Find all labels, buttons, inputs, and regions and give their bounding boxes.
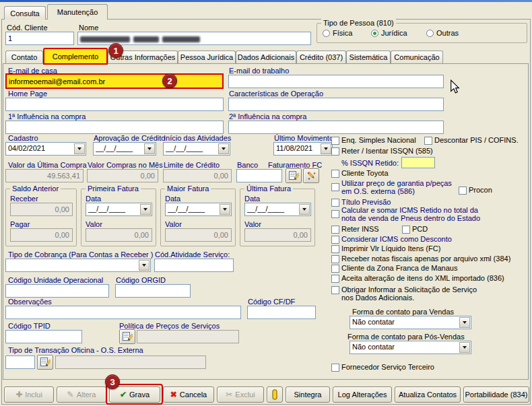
tab-credito-label: Crédito (037) — [300, 53, 343, 61]
banco-input[interactable] — [236, 169, 282, 182]
checkbox-cliente-toyota[interactable] — [331, 170, 339, 178]
tipo-pessoa-title: Tipo de Pessoa (810) — [321, 19, 396, 27]
maior-fatura-data-value: __/__/____ — [168, 205, 219, 213]
contato-pos-vendas-combo[interactable]: Não contatar — [350, 341, 471, 354]
saldo-anterior-title: Saldo Anterior — [10, 184, 61, 193]
yellow-doc-button[interactable] — [267, 386, 283, 403]
cod-cfdf-input[interactable] — [247, 306, 316, 319]
x-icon: ✖ — [170, 391, 177, 399]
cod-atividade-input[interactable] — [154, 259, 234, 272]
checkbox-aceita-alteracao[interactable] — [331, 275, 339, 283]
tab-dados-adicionais[interactable]: Dados Adicionais — [236, 50, 296, 63]
radio-juridica[interactable] — [371, 30, 378, 37]
influencia1-input[interactable] — [5, 121, 224, 134]
valor-label: Valor — [86, 220, 102, 228]
pagar-field: 0,00 — [10, 228, 73, 242]
grava-label: Grava — [129, 391, 149, 399]
chevron-down-icon[interactable] — [140, 204, 151, 215]
cadastro-label: Cadastro — [8, 134, 38, 142]
maior-fatura-data-combo[interactable]: __/__/____ — [165, 203, 232, 216]
tab-contato[interactable]: Contato — [5, 50, 43, 63]
influencia2-input[interactable] — [228, 121, 444, 134]
inicio-atividades-combo[interactable]: __/__/____ — [163, 142, 230, 156]
chevron-down-icon[interactable] — [459, 342, 470, 353]
checkbox-receber-notas[interactable] — [331, 255, 339, 263]
tipo-cobranca-combo[interactable] — [5, 259, 151, 272]
cod-cliente-input[interactable] — [5, 32, 74, 45]
chevron-down-icon[interactable] — [220, 204, 230, 215]
radio-fisica[interactable] — [323, 30, 330, 37]
caracteristicas-input[interactable] — [228, 98, 444, 111]
inclui-button[interactable]: ✚Inclui — [4, 386, 54, 403]
cod-unidade-input[interactable] — [5, 284, 109, 298]
checkbox-titulo-previsao[interactable] — [331, 199, 339, 207]
checkbox-enq-simples[interactable] — [331, 137, 339, 145]
primeira-fatura-data-combo[interactable]: __/__/____ — [86, 203, 152, 216]
tab-manutencao[interactable]: Manutenção — [47, 4, 108, 20]
nome-redacted — [133, 36, 159, 42]
aprovacao-credito-combo[interactable]: __/__/____ — [93, 142, 156, 156]
chevron-down-icon[interactable] — [144, 143, 155, 154]
tab-sistematica[interactable]: Sistemática — [346, 50, 391, 63]
email-casa-input[interactable] — [5, 73, 224, 89]
faturamento-fc-wand-button[interactable] — [303, 168, 319, 183]
valor-ultima-compra-label: Valor da Última Compra — [8, 161, 87, 169]
checkbox-imprimir-vlr[interactable] — [331, 245, 339, 253]
ultimo-movimento-combo[interactable]: 11/08/2021 — [273, 142, 333, 156]
checkbox-reter-inss-label: Reter INSS — [341, 225, 379, 233]
ultima-fatura-data-combo[interactable]: __/__/____ — [244, 203, 311, 216]
tipo-transacao-lookup-button[interactable] — [37, 355, 53, 370]
sintegra-button[interactable]: Sintegra — [286, 386, 330, 403]
cadastro-combo[interactable]: 04/02/2021 — [5, 142, 86, 156]
cod-tpid-input[interactable] — [5, 330, 82, 343]
annotation-badge-2: 2 — [162, 73, 177, 88]
checkbox-fornecedor-terceiro[interactable] — [331, 364, 339, 372]
faturamento-fc-form-button[interactable] — [286, 168, 302, 183]
issqn-retido-input[interactable] — [401, 157, 435, 168]
tipo-transacao-codigo-input[interactable] — [5, 356, 35, 369]
exclui-button[interactable]: ✂Exclui — [217, 386, 264, 403]
altera-button[interactable]: ✎Altera — [57, 386, 106, 403]
tab-comunicacao[interactable]: Comunicação — [391, 50, 443, 63]
chevron-down-icon[interactable] — [459, 317, 470, 328]
checkbox-reter-issqn[interactable] — [331, 147, 339, 156]
observacoes-label: Observações — [8, 298, 52, 306]
tab-complemento[interactable]: Complemento — [43, 48, 108, 65]
chevron-down-icon[interactable] — [74, 143, 85, 154]
log-alteracoes-button[interactable]: Log Alterações — [333, 386, 392, 403]
chevron-down-icon[interactable] — [321, 143, 331, 154]
grava-button[interactable]: ✔Grava — [109, 386, 160, 403]
home-page-input[interactable] — [5, 98, 224, 111]
checkbox-zona-franca[interactable] — [331, 265, 339, 273]
checkbox-reter-inss[interactable] — [331, 226, 339, 234]
observacoes-input[interactable] — [5, 306, 241, 319]
chevron-down-icon[interactable] — [218, 143, 229, 154]
chevron-down-icon[interactable] — [139, 260, 149, 271]
cod-orgid-input[interactable] — [115, 284, 191, 298]
tab-consulta[interactable]: Consulta — [4, 6, 46, 20]
chevron-down-icon[interactable] — [299, 204, 310, 215]
tipo-transacao-label: Tipo de Transação Oficina - O.S. Externa — [8, 346, 143, 354]
atualiza-contatos-button[interactable]: Atualiza Contatos — [395, 386, 461, 403]
nome-redacted — [162, 36, 200, 42]
issqn-retido-label: % ISSQN Retido: — [341, 159, 399, 167]
tab-credito[interactable]: Crédito (037) — [296, 50, 346, 63]
radio-outras[interactable] — [426, 30, 434, 37]
contato-vendas-combo[interactable]: Não contatar — [350, 316, 471, 329]
checkbox-utilizar-preco[interactable] — [331, 183, 339, 191]
cancela-button[interactable]: ✖Cancela — [163, 386, 214, 403]
email-trabalho-input[interactable] — [228, 75, 444, 88]
form-pencil-icon — [289, 171, 299, 180]
checkbox-considerar-icms[interactable] — [331, 236, 339, 244]
cod-cliente-label: Cód. Cliente — [7, 24, 48, 32]
tab-comunicacao-label: Comunicação — [394, 53, 439, 61]
checkbox-pcd[interactable] — [402, 226, 410, 234]
tab-pessoa-juridica[interactable]: Pessoa Jurídica — [178, 50, 236, 63]
checkbox-procon[interactable] — [459, 187, 467, 195]
checkbox-descontar-pis[interactable] — [424, 137, 432, 145]
portabilidade-button[interactable]: Portabilidade (834) — [463, 386, 529, 403]
politica-precos-lookup-button[interactable] — [119, 329, 135, 344]
checkbox-procon-label: Procon — [469, 186, 492, 194]
checkbox-obrigar-informar[interactable] — [331, 286, 339, 294]
checkbox-calcular-icms[interactable] — [331, 210, 339, 218]
